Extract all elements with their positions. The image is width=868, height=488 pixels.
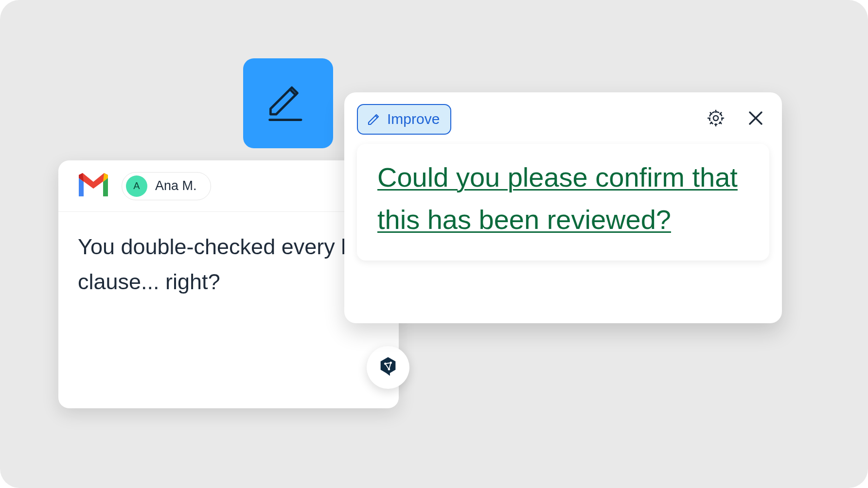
gmail-icon [76,172,111,200]
suggestion-card: Improve Could you [344,92,782,323]
suggestion-toolbar: Improve [357,102,769,136]
improve-button-label: Improve [387,111,440,127]
share-button[interactable] [367,346,409,389]
sender-avatar: A [126,175,147,197]
suggestion-body: Could you please confirm that this has b… [357,144,769,261]
suggestion-text[interactable]: Could you please confirm that this has b… [377,157,749,241]
sender-chip[interactable]: A Ana M. [122,172,211,200]
pencil-icon [366,110,381,129]
canvas: A Ana M. You double-checked every last c… [0,0,868,488]
close-icon[interactable] [746,108,765,130]
sender-name: Ana M. [155,178,197,193]
improve-button[interactable]: Improve [357,104,451,135]
svg-point-9 [713,116,718,121]
share-hex-icon [377,355,399,380]
gear-icon[interactable] [706,108,726,130]
edit-tile[interactable] [243,58,333,148]
pencil-icon [265,79,311,127]
